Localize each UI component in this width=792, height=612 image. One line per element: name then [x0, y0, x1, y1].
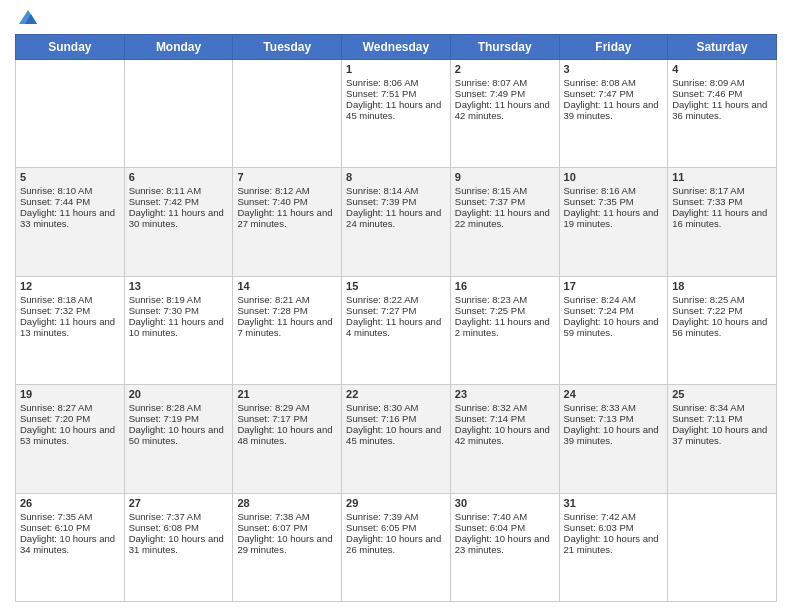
day-number: 15 [346, 280, 446, 292]
day-info-line: Daylight: 10 hours and 53 minutes. [20, 424, 120, 446]
day-info-line: Sunset: 6:08 PM [129, 522, 229, 533]
day-number: 1 [346, 63, 446, 75]
day-info-line: Sunset: 7:51 PM [346, 88, 446, 99]
calendar-cell: 14Sunrise: 8:21 AMSunset: 7:28 PMDayligh… [233, 276, 342, 384]
day-info-line: Daylight: 11 hours and 33 minutes. [20, 207, 120, 229]
calendar-cell: 26Sunrise: 7:35 AMSunset: 6:10 PMDayligh… [16, 493, 125, 601]
day-number: 28 [237, 497, 337, 509]
calendar-week-row: 12Sunrise: 8:18 AMSunset: 7:32 PMDayligh… [16, 276, 777, 384]
day-number: 14 [237, 280, 337, 292]
calendar-cell: 22Sunrise: 8:30 AMSunset: 7:16 PMDayligh… [342, 385, 451, 493]
day-info-line: Sunset: 7:13 PM [564, 413, 664, 424]
header [15, 10, 777, 28]
calendar-week-row: 26Sunrise: 7:35 AMSunset: 6:10 PMDayligh… [16, 493, 777, 601]
day-info-line: Daylight: 11 hours and 27 minutes. [237, 207, 337, 229]
day-info-line: Sunrise: 8:09 AM [672, 77, 772, 88]
day-number: 23 [455, 388, 555, 400]
day-info-line: Sunrise: 8:11 AM [129, 185, 229, 196]
calendar-cell: 15Sunrise: 8:22 AMSunset: 7:27 PMDayligh… [342, 276, 451, 384]
day-info-line: Daylight: 10 hours and 31 minutes. [129, 533, 229, 555]
calendar-cell: 25Sunrise: 8:34 AMSunset: 7:11 PMDayligh… [668, 385, 777, 493]
day-info-line: Daylight: 11 hours and 42 minutes. [455, 99, 555, 121]
day-info-line: Sunset: 7:49 PM [455, 88, 555, 99]
day-number: 5 [20, 171, 120, 183]
day-number: 3 [564, 63, 664, 75]
calendar-cell: 10Sunrise: 8:16 AMSunset: 7:35 PMDayligh… [559, 168, 668, 276]
calendar-cell: 27Sunrise: 7:37 AMSunset: 6:08 PMDayligh… [124, 493, 233, 601]
day-info-line: Sunrise: 8:06 AM [346, 77, 446, 88]
day-info-line: Sunset: 7:28 PM [237, 305, 337, 316]
day-info-line: Sunset: 7:44 PM [20, 196, 120, 207]
day-info-line: Sunrise: 8:33 AM [564, 402, 664, 413]
day-info-line: Sunrise: 8:07 AM [455, 77, 555, 88]
day-info-line: Daylight: 10 hours and 45 minutes. [346, 424, 446, 446]
day-number: 10 [564, 171, 664, 183]
day-number: 22 [346, 388, 446, 400]
day-info-line: Sunset: 7:42 PM [129, 196, 229, 207]
day-header: Friday [559, 35, 668, 60]
day-info-line: Sunrise: 8:08 AM [564, 77, 664, 88]
calendar-cell: 5Sunrise: 8:10 AMSunset: 7:44 PMDaylight… [16, 168, 125, 276]
day-number: 16 [455, 280, 555, 292]
day-info-line: Daylight: 10 hours and 42 minutes. [455, 424, 555, 446]
day-info-line: Sunset: 7:14 PM [455, 413, 555, 424]
day-info-line: Sunrise: 8:28 AM [129, 402, 229, 413]
day-number: 9 [455, 171, 555, 183]
day-info-line: Sunrise: 7:40 AM [455, 511, 555, 522]
header-row: SundayMondayTuesdayWednesdayThursdayFrid… [16, 35, 777, 60]
day-header: Wednesday [342, 35, 451, 60]
day-info-line: Daylight: 11 hours and 22 minutes. [455, 207, 555, 229]
day-number: 6 [129, 171, 229, 183]
day-info-line: Sunrise: 8:21 AM [237, 294, 337, 305]
day-number: 20 [129, 388, 229, 400]
calendar-cell: 19Sunrise: 8:27 AMSunset: 7:20 PMDayligh… [16, 385, 125, 493]
day-info-line: Daylight: 10 hours and 26 minutes. [346, 533, 446, 555]
calendar-cell: 18Sunrise: 8:25 AMSunset: 7:22 PMDayligh… [668, 276, 777, 384]
calendar-week-row: 1Sunrise: 8:06 AMSunset: 7:51 PMDaylight… [16, 60, 777, 168]
day-header: Saturday [668, 35, 777, 60]
day-info-line: Daylight: 11 hours and 36 minutes. [672, 99, 772, 121]
day-number: 17 [564, 280, 664, 292]
day-header: Sunday [16, 35, 125, 60]
day-number: 2 [455, 63, 555, 75]
calendar-cell: 7Sunrise: 8:12 AMSunset: 7:40 PMDaylight… [233, 168, 342, 276]
calendar-cell: 17Sunrise: 8:24 AMSunset: 7:24 PMDayligh… [559, 276, 668, 384]
day-header: Thursday [450, 35, 559, 60]
day-info-line: Sunrise: 8:30 AM [346, 402, 446, 413]
day-info-line: Daylight: 11 hours and 16 minutes. [672, 207, 772, 229]
calendar-cell: 4Sunrise: 8:09 AMSunset: 7:46 PMDaylight… [668, 60, 777, 168]
calendar-cell: 16Sunrise: 8:23 AMSunset: 7:25 PMDayligh… [450, 276, 559, 384]
day-info-line: Sunset: 7:16 PM [346, 413, 446, 424]
day-info-line: Sunrise: 7:35 AM [20, 511, 120, 522]
day-info-line: Sunrise: 8:32 AM [455, 402, 555, 413]
day-number: 24 [564, 388, 664, 400]
calendar-cell: 9Sunrise: 8:15 AMSunset: 7:37 PMDaylight… [450, 168, 559, 276]
calendar-cell: 11Sunrise: 8:17 AMSunset: 7:33 PMDayligh… [668, 168, 777, 276]
day-info-line: Daylight: 10 hours and 29 minutes. [237, 533, 337, 555]
day-number: 27 [129, 497, 229, 509]
day-number: 19 [20, 388, 120, 400]
day-info-line: Daylight: 10 hours and 48 minutes. [237, 424, 337, 446]
day-info-line: Sunset: 7:20 PM [20, 413, 120, 424]
day-info-line: Sunset: 7:30 PM [129, 305, 229, 316]
day-info-line: Daylight: 11 hours and 13 minutes. [20, 316, 120, 338]
day-number: 31 [564, 497, 664, 509]
day-number: 30 [455, 497, 555, 509]
day-info-line: Sunrise: 8:17 AM [672, 185, 772, 196]
day-info-line: Sunset: 7:39 PM [346, 196, 446, 207]
calendar-table: SundayMondayTuesdayWednesdayThursdayFrid… [15, 34, 777, 602]
calendar-cell: 1Sunrise: 8:06 AMSunset: 7:51 PMDaylight… [342, 60, 451, 168]
calendar-cell: 30Sunrise: 7:40 AMSunset: 6:04 PMDayligh… [450, 493, 559, 601]
calendar-cell: 6Sunrise: 8:11 AMSunset: 7:42 PMDaylight… [124, 168, 233, 276]
logo-icon [17, 6, 39, 28]
calendar-cell: 8Sunrise: 8:14 AMSunset: 7:39 PMDaylight… [342, 168, 451, 276]
day-info-line: Sunset: 6:04 PM [455, 522, 555, 533]
calendar-cell [16, 60, 125, 168]
day-header: Tuesday [233, 35, 342, 60]
day-info-line: Sunrise: 8:15 AM [455, 185, 555, 196]
day-number: 29 [346, 497, 446, 509]
day-info-line: Sunrise: 8:16 AM [564, 185, 664, 196]
calendar-cell: 2Sunrise: 8:07 AMSunset: 7:49 PMDaylight… [450, 60, 559, 168]
calendar-cell: 21Sunrise: 8:29 AMSunset: 7:17 PMDayligh… [233, 385, 342, 493]
day-number: 4 [672, 63, 772, 75]
